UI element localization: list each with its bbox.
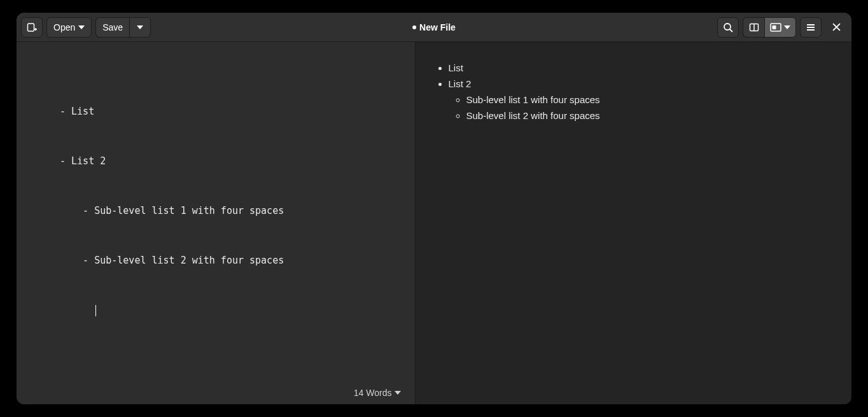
menu-button[interactable] <box>800 17 822 38</box>
content-area: - List - List 2 - Sub-level list 1 with … <box>17 42 851 404</box>
list-item: Sub-level list 1 with four spaces <box>466 92 833 108</box>
close-icon <box>832 23 841 31</box>
list-item: List 2 Sub-level list 1 with four spaces… <box>449 76 833 124</box>
status-bar: 14 Words <box>17 385 415 404</box>
new-tab-icon <box>27 22 37 32</box>
hamburger-icon <box>806 22 816 32</box>
editor-line: - Sub-level list 1 with four spaces <box>60 202 397 219</box>
preview-sublist: Sub-level list 1 with four spaces Sub-le… <box>449 92 833 124</box>
open-label: Open <box>53 22 75 32</box>
svg-rect-0 <box>28 24 34 31</box>
list-item-text: Sub-level list 2 with four spaces <box>466 110 600 121</box>
search-icon <box>723 22 733 32</box>
view-mode-group <box>743 17 796 38</box>
preview-pane: List List 2 Sub-level list 1 with four s… <box>416 42 852 404</box>
window-title: New File <box>412 22 456 32</box>
svg-point-3 <box>724 24 731 30</box>
sidebar-icon <box>749 22 759 32</box>
editor-line <box>60 302 397 318</box>
list-item: Sub-level list 2 with four spaces <box>466 108 833 124</box>
app-window: Open Save New File <box>17 13 851 404</box>
list-item: List <box>449 60 833 76</box>
search-button[interactable] <box>717 17 739 38</box>
chevron-down-icon <box>784 25 790 29</box>
preview-list: List List 2 Sub-level list 1 with four s… <box>435 60 833 124</box>
save-label: Save <box>102 22 123 32</box>
list-item-text: Sub-level list 1 with four spaces <box>466 94 600 105</box>
close-button[interactable] <box>825 17 847 38</box>
sidebar-toggle-button[interactable] <box>743 17 764 38</box>
chevron-down-icon[interactable] <box>395 391 401 395</box>
list-item-text: List <box>449 62 463 73</box>
source-editor[interactable]: - List - List 2 - Sub-level list 1 with … <box>17 42 415 385</box>
text-cursor-icon <box>95 305 96 316</box>
titlebar-left: Open Save <box>21 17 151 38</box>
word-count[interactable]: 14 Words <box>354 388 392 398</box>
editor-line: - List 2 <box>60 153 397 169</box>
editor-line: - Sub-level list 2 with four spaces <box>60 252 397 269</box>
titlebar: Open Save New File <box>17 13 851 42</box>
save-button[interactable]: Save <box>95 17 129 38</box>
editor-pane: - List - List 2 - Sub-level list 1 with … <box>17 42 416 404</box>
titlebar-right <box>717 17 847 38</box>
modified-indicator-icon <box>412 25 416 29</box>
editor-line: - List <box>60 103 397 120</box>
save-button-group: Save <box>95 17 151 38</box>
new-tab-button[interactable] <box>21 17 43 38</box>
editor-mode-button[interactable] <box>764 17 796 38</box>
svg-line-4 <box>730 29 732 32</box>
chevron-down-icon <box>137 25 143 29</box>
file-title: New File <box>419 22 456 32</box>
save-menu-button[interactable] <box>129 17 151 38</box>
editor-mode-icon <box>770 23 781 32</box>
chevron-down-icon <box>78 25 85 29</box>
list-item-text: List 2 <box>449 78 472 89</box>
open-button[interactable]: Open <box>46 17 92 38</box>
svg-rect-8 <box>773 25 776 29</box>
